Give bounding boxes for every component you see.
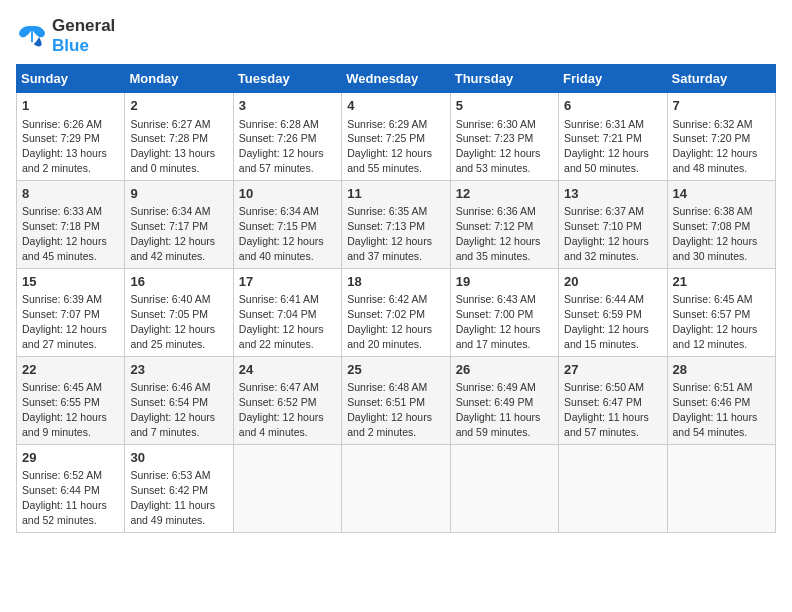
calendar-day-cell: 25 Sunrise: 6:48 AM Sunset: 6:51 PM Dayl… [342, 356, 450, 444]
day-daylight: Daylight: 12 hours and 37 minutes. [347, 235, 432, 262]
day-sunset: Sunset: 7:15 PM [239, 220, 317, 232]
weekday-header-thursday: Thursday [450, 65, 558, 93]
calendar-day-cell: 26 Sunrise: 6:49 AM Sunset: 6:49 PM Dayl… [450, 356, 558, 444]
day-daylight: Daylight: 13 hours and 0 minutes. [130, 147, 215, 174]
empty-cell [342, 444, 450, 532]
day-daylight: Daylight: 12 hours and 45 minutes. [22, 235, 107, 262]
calendar-day-cell: 17 Sunrise: 6:41 AM Sunset: 7:04 PM Dayl… [233, 268, 341, 356]
day-number: 18 [347, 273, 444, 291]
calendar-week-row: 29 Sunrise: 6:52 AM Sunset: 6:44 PM Dayl… [17, 444, 776, 532]
empty-cell [667, 444, 775, 532]
day-number: 8 [22, 185, 119, 203]
day-sunset: Sunset: 6:46 PM [673, 396, 751, 408]
logo-text: General Blue [52, 16, 115, 56]
weekday-header-wednesday: Wednesday [342, 65, 450, 93]
day-sunrise: Sunrise: 6:38 AM [673, 205, 753, 217]
calendar-day-cell: 19 Sunrise: 6:43 AM Sunset: 7:00 PM Dayl… [450, 268, 558, 356]
weekday-header-row: SundayMondayTuesdayWednesdayThursdayFrid… [17, 65, 776, 93]
day-daylight: Daylight: 12 hours and 57 minutes. [239, 147, 324, 174]
day-sunrise: Sunrise: 6:32 AM [673, 118, 753, 130]
day-number: 3 [239, 97, 336, 115]
day-sunrise: Sunrise: 6:47 AM [239, 381, 319, 393]
calendar-day-cell: 24 Sunrise: 6:47 AM Sunset: 6:52 PM Dayl… [233, 356, 341, 444]
day-daylight: Daylight: 11 hours and 57 minutes. [564, 411, 649, 438]
day-daylight: Daylight: 12 hours and 30 minutes. [673, 235, 758, 262]
day-daylight: Daylight: 11 hours and 52 minutes. [22, 499, 107, 526]
day-sunrise: Sunrise: 6:51 AM [673, 381, 753, 393]
day-sunset: Sunset: 6:47 PM [564, 396, 642, 408]
calendar-day-cell: 2 Sunrise: 6:27 AM Sunset: 7:28 PM Dayli… [125, 93, 233, 181]
day-sunrise: Sunrise: 6:31 AM [564, 118, 644, 130]
day-sunset: Sunset: 7:29 PM [22, 132, 100, 144]
day-daylight: Daylight: 12 hours and 22 minutes. [239, 323, 324, 350]
calendar-day-cell: 9 Sunrise: 6:34 AM Sunset: 7:17 PM Dayli… [125, 180, 233, 268]
day-sunset: Sunset: 7:20 PM [673, 132, 751, 144]
calendar-day-cell: 21 Sunrise: 6:45 AM Sunset: 6:57 PM Dayl… [667, 268, 775, 356]
day-sunrise: Sunrise: 6:44 AM [564, 293, 644, 305]
weekday-header-sunday: Sunday [17, 65, 125, 93]
day-daylight: Daylight: 11 hours and 59 minutes. [456, 411, 541, 438]
calendar-day-cell: 28 Sunrise: 6:51 AM Sunset: 6:46 PM Dayl… [667, 356, 775, 444]
day-daylight: Daylight: 12 hours and 40 minutes. [239, 235, 324, 262]
day-sunset: Sunset: 7:08 PM [673, 220, 751, 232]
day-number: 4 [347, 97, 444, 115]
logo-bird-icon [16, 22, 48, 50]
calendar-day-cell: 12 Sunrise: 6:36 AM Sunset: 7:12 PM Dayl… [450, 180, 558, 268]
day-sunset: Sunset: 7:00 PM [456, 308, 534, 320]
day-sunrise: Sunrise: 6:35 AM [347, 205, 427, 217]
day-sunrise: Sunrise: 6:26 AM [22, 118, 102, 130]
day-sunset: Sunset: 6:51 PM [347, 396, 425, 408]
day-number: 16 [130, 273, 227, 291]
day-sunset: Sunset: 7:12 PM [456, 220, 534, 232]
day-sunrise: Sunrise: 6:40 AM [130, 293, 210, 305]
calendar-day-cell: 6 Sunrise: 6:31 AM Sunset: 7:21 PM Dayli… [559, 93, 667, 181]
weekday-header-tuesday: Tuesday [233, 65, 341, 93]
day-number: 6 [564, 97, 661, 115]
day-number: 20 [564, 273, 661, 291]
day-sunrise: Sunrise: 6:49 AM [456, 381, 536, 393]
day-number: 23 [130, 361, 227, 379]
day-daylight: Daylight: 13 hours and 2 minutes. [22, 147, 107, 174]
day-daylight: Daylight: 12 hours and 4 minutes. [239, 411, 324, 438]
calendar-day-cell: 10 Sunrise: 6:34 AM Sunset: 7:15 PM Dayl… [233, 180, 341, 268]
calendar-week-row: 8 Sunrise: 6:33 AM Sunset: 7:18 PM Dayli… [17, 180, 776, 268]
day-number: 30 [130, 449, 227, 467]
day-number: 11 [347, 185, 444, 203]
day-number: 22 [22, 361, 119, 379]
day-number: 12 [456, 185, 553, 203]
calendar-day-cell: 13 Sunrise: 6:37 AM Sunset: 7:10 PM Dayl… [559, 180, 667, 268]
day-sunrise: Sunrise: 6:41 AM [239, 293, 319, 305]
day-sunset: Sunset: 7:13 PM [347, 220, 425, 232]
calendar-week-row: 22 Sunrise: 6:45 AM Sunset: 6:55 PM Dayl… [17, 356, 776, 444]
day-sunrise: Sunrise: 6:43 AM [456, 293, 536, 305]
day-sunset: Sunset: 7:28 PM [130, 132, 208, 144]
day-sunrise: Sunrise: 6:53 AM [130, 469, 210, 481]
day-sunrise: Sunrise: 6:30 AM [456, 118, 536, 130]
day-sunrise: Sunrise: 6:34 AM [130, 205, 210, 217]
calendar-day-cell: 5 Sunrise: 6:30 AM Sunset: 7:23 PM Dayli… [450, 93, 558, 181]
day-number: 27 [564, 361, 661, 379]
day-number: 2 [130, 97, 227, 115]
day-sunrise: Sunrise: 6:46 AM [130, 381, 210, 393]
calendar-day-cell: 29 Sunrise: 6:52 AM Sunset: 6:44 PM Dayl… [17, 444, 125, 532]
page-header: General Blue [16, 16, 776, 56]
day-sunset: Sunset: 7:05 PM [130, 308, 208, 320]
logo: General Blue [16, 16, 115, 56]
day-sunrise: Sunrise: 6:33 AM [22, 205, 102, 217]
day-daylight: Daylight: 12 hours and 12 minutes. [673, 323, 758, 350]
day-sunrise: Sunrise: 6:42 AM [347, 293, 427, 305]
day-number: 9 [130, 185, 227, 203]
calendar-day-cell: 22 Sunrise: 6:45 AM Sunset: 6:55 PM Dayl… [17, 356, 125, 444]
calendar-day-cell: 27 Sunrise: 6:50 AM Sunset: 6:47 PM Dayl… [559, 356, 667, 444]
calendar-day-cell: 15 Sunrise: 6:39 AM Sunset: 7:07 PM Dayl… [17, 268, 125, 356]
day-sunrise: Sunrise: 6:45 AM [673, 293, 753, 305]
day-sunset: Sunset: 6:44 PM [22, 484, 100, 496]
day-number: 7 [673, 97, 770, 115]
day-daylight: Daylight: 12 hours and 9 minutes. [22, 411, 107, 438]
calendar-week-row: 15 Sunrise: 6:39 AM Sunset: 7:07 PM Dayl… [17, 268, 776, 356]
day-sunset: Sunset: 6:54 PM [130, 396, 208, 408]
calendar-day-cell: 11 Sunrise: 6:35 AM Sunset: 7:13 PM Dayl… [342, 180, 450, 268]
calendar-day-cell: 18 Sunrise: 6:42 AM Sunset: 7:02 PM Dayl… [342, 268, 450, 356]
calendar-day-cell: 8 Sunrise: 6:33 AM Sunset: 7:18 PM Dayli… [17, 180, 125, 268]
day-daylight: Daylight: 12 hours and 20 minutes. [347, 323, 432, 350]
